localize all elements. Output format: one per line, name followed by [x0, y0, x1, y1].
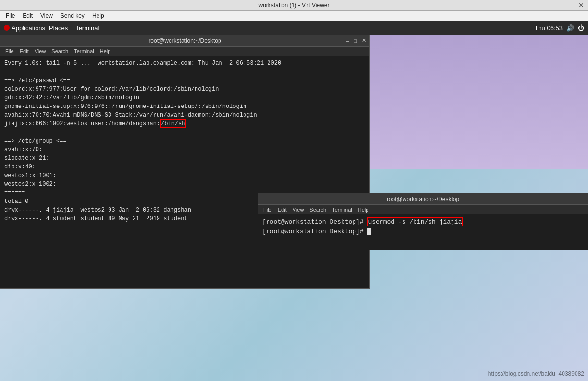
title-bar: workstation (1) - Virt Viewer ✕ — [0, 0, 588, 11]
t1-line10: ==> /etc/group <== — [4, 138, 67, 144]
gnome-logo — [4, 25, 10, 31]
t1-line18: drwx------. 4 jiajia westos2 93 Jan 2 06… — [4, 207, 191, 214]
gnome-right-area: Thu 06:53 🔊 ⏻ — [534, 24, 584, 32]
menu-help[interactable]: Help — [88, 12, 108, 19]
t1-line16: ====== — [4, 190, 25, 196]
t2-menu-terminal[interactable]: Terminal — [329, 207, 355, 213]
desktop-background-purple — [367, 35, 588, 169]
t1-bin-sh-highlight: /bin/sh — [160, 119, 186, 128]
t1-line4: colord:x:977:977:User for colord:/var/li… — [4, 86, 219, 93]
terminal-window-1: root@workstation:~/Desktop – □ ✕ File Ed… — [0, 35, 370, 289]
t1-line19: drwx------. 4 student student 89 May 21 … — [4, 215, 188, 222]
t1-line5: gdm:x:42:42::/var/lib/gdm:/sbin/nologin — [4, 95, 139, 101]
terminal2-body: [root@workstation Desktop]# usermod -s /… — [258, 214, 588, 250]
gnome-applications[interactable]: Applications — [12, 24, 45, 32]
menu-edit[interactable]: Edit — [19, 12, 37, 19]
t1-menu-file[interactable]: File — [2, 48, 17, 54]
t1-line2 — [4, 69, 8, 75]
terminal1-menu: File Edit View Search Terminal Help — [0, 47, 369, 56]
t1-line8: jiajia:x:666:1002:westos user:/home/dang… — [4, 119, 186, 128]
t2-cmd-highlight: usermod -s /bin/sh jiajia — [367, 217, 463, 226]
t1-line17: total 0 — [4, 198, 28, 205]
t2-menu-view[interactable]: View — [290, 207, 307, 213]
terminal-window-2: root@workstation:~/Desktop File Edit Vie… — [258, 193, 588, 250]
terminal1-titlebar: root@workstation:~/Desktop – □ ✕ — [0, 35, 369, 47]
terminal1-close[interactable]: ✕ — [360, 37, 368, 44]
t1-line13: dip:x:40: — [4, 164, 36, 170]
terminal1-controls[interactable]: – □ ✕ — [344, 37, 368, 44]
terminal2-menu: File Edit View Search Terminal Help — [258, 205, 588, 214]
t2-menu-help[interactable]: Help — [355, 207, 372, 213]
t2-menu-edit[interactable]: Edit — [275, 207, 290, 213]
menu-sendkey[interactable]: Send key — [57, 12, 88, 19]
t2-cursor — [367, 228, 371, 235]
gnome-power-icon[interactable]: ⏻ — [578, 24, 584, 32]
t2-line1: [root@workstation Desktop]# usermod -s /… — [262, 217, 463, 226]
terminal1-minimize[interactable]: – — [344, 38, 350, 44]
gnome-time: Thu 06:53 — [534, 24, 563, 32]
gnome-top-bar: Applications Places Terminal Thu 06:53 🔊… — [0, 21, 588, 35]
t1-menu-help[interactable]: Help — [97, 48, 114, 54]
t1-line9 — [4, 129, 8, 136]
gnome-volume-icon[interactable]: 🔊 — [566, 24, 574, 32]
t2-menu-search[interactable]: Search — [306, 207, 329, 213]
t1-line1: Every 1.0s: tail -n 5 ... workstation.la… — [4, 60, 281, 67]
t2-line2: [root@workstation Desktop]# — [262, 228, 371, 235]
watermark: https://blog.csdn.net/baidu_40389082 — [488, 370, 584, 377]
t1-line6: gnome-initial-setup:x:976:976::/run/gnom… — [4, 103, 246, 110]
terminal1-body: Every 1.0s: tail -n 5 ... workstation.la… — [0, 56, 369, 288]
terminal1-maximize[interactable]: □ — [352, 38, 358, 44]
t1-menu-terminal[interactable]: Terminal — [71, 48, 97, 54]
t1-menu-view[interactable]: View — [32, 48, 49, 54]
desktop: root@workstation:~/Desktop – □ ✕ File Ed… — [0, 35, 588, 381]
terminal2-titlebar: root@workstation:~/Desktop — [258, 193, 588, 205]
close-button[interactable]: ✕ — [578, 1, 584, 9]
terminal1-title: root@workstation:~/Desktop — [148, 37, 221, 44]
t1-menu-edit[interactable]: Edit — [17, 48, 32, 54]
gnome-apps-group[interactable]: Applications — [4, 24, 45, 32]
gnome-places[interactable]: Places — [45, 24, 72, 32]
window-title: workstation (1) - Virt Viewer — [259, 2, 330, 9]
t1-line12: slocate:x:21: — [4, 155, 49, 162]
gnome-terminal[interactable]: Terminal — [72, 24, 103, 32]
t1-line7: avahi:x:70:70:Avahi mDNS/DNS-SD Stack:/v… — [4, 112, 257, 119]
menu-file[interactable]: File — [2, 12, 19, 19]
t2-menu-file[interactable]: File — [260, 207, 275, 213]
t1-menu-search[interactable]: Search — [49, 48, 71, 54]
t1-line15: westos2:x:1002: — [4, 181, 56, 188]
virt-viewer-menubar: File Edit View Send key Help — [0, 11, 588, 21]
t1-line3: ==> /etc/passwd <== — [4, 77, 70, 84]
t1-line14: westos1:x:1001: — [4, 172, 56, 179]
t1-line11: avahi:x:70: — [4, 146, 42, 153]
menu-view[interactable]: View — [37, 12, 57, 19]
terminal2-title: root@workstation:~/Desktop — [387, 196, 459, 202]
